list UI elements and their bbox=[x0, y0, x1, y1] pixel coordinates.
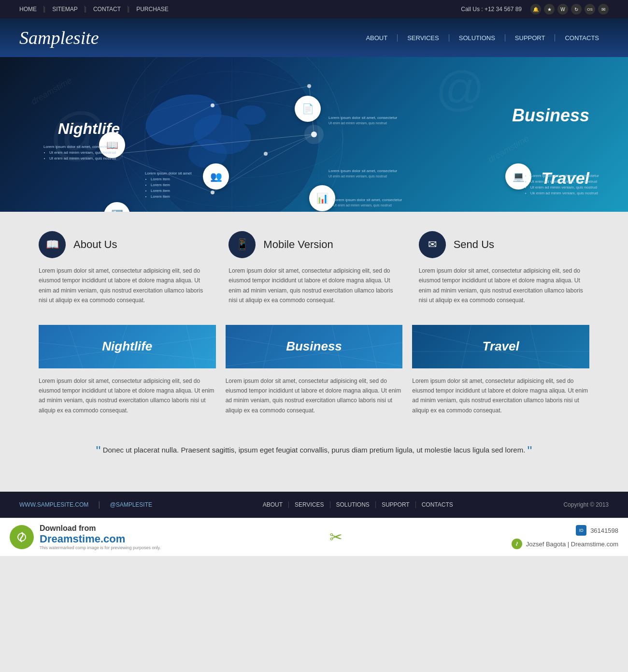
hero-text-3: Lorem ipsum dolor sit amet, consectetur … bbox=[328, 115, 397, 126]
nav-about[interactable]: ABOUT bbox=[356, 34, 398, 42]
dreamstime-disclaimer: This watermarked comp image is for previ… bbox=[40, 545, 161, 550]
business-text: Lorem ipsum dolor sit amet, consectetur … bbox=[226, 376, 403, 416]
dreamstime-bar: Download from Dreamstime.com This waterm… bbox=[0, 518, 628, 556]
hero-text-5: Lorem ipsum dolor sit amet, consectetur … bbox=[333, 197, 402, 208]
nightlife-title: Nightlife bbox=[102, 339, 152, 354]
top-icons: 🔔 ★ W ↻ OS ✉ bbox=[530, 4, 609, 15]
nightlife-banner[interactable]: Nightlife bbox=[39, 325, 216, 368]
author-icon bbox=[512, 539, 522, 549]
quote-text: Donec ut placerat nulla. Praesent sagitt… bbox=[103, 446, 526, 454]
category-travel: Travel Lorem ipsum dolor sit amet, conse… bbox=[412, 325, 589, 416]
doc-icon-circle: 📄 bbox=[295, 96, 321, 122]
dreamstime-id-row: ID 36141598 bbox=[512, 525, 618, 536]
mobile-text: Lorem ipsum dolor sit amet, consectetur … bbox=[228, 266, 399, 306]
business-banner[interactable]: Business bbox=[226, 325, 403, 368]
svg-line-41 bbox=[459, 325, 471, 368]
hero-text-4: Lorem ipsum dolor sit amet, consectetur … bbox=[328, 168, 397, 179]
svg-line-42 bbox=[530, 325, 542, 368]
chart-icon-circle: 📊 bbox=[309, 185, 335, 211]
category-row: Nightlife Lorem ipsum dolor sit amet, co… bbox=[39, 325, 589, 416]
people-icon-circle: 👥 bbox=[203, 163, 229, 190]
svg-line-33 bbox=[186, 325, 198, 368]
header: Samplesite ABOUT SERVICES SOLUTIONS SUPP… bbox=[0, 18, 628, 57]
dreamstime-site[interactable]: Dreamstime.com bbox=[40, 533, 125, 545]
send-icon-circle: ✉ bbox=[419, 231, 446, 258]
main-content: 📖 About Us Lorem ipsum dolor sit amet, c… bbox=[0, 212, 628, 492]
dreamstime-author-row: Jozsef Bagota | Dreamstime.com bbox=[512, 539, 618, 549]
travel-banner[interactable]: Travel bbox=[412, 325, 589, 368]
author-name: Jozsef Bagota | Dreamstime.com bbox=[526, 541, 618, 548]
nav-support[interactable]: SUPPORT bbox=[505, 34, 556, 42]
nightlife-text: Lorem ipsum dolor sit amet, consectetur … bbox=[39, 376, 216, 416]
features-row: 📖 About Us Lorem ipsum dolor sit amet, c… bbox=[39, 231, 589, 306]
top-nav-home[interactable]: HOME bbox=[19, 6, 44, 13]
top-nav[interactable]: HOME | SITEMAP | CONTACT | PURCHASE bbox=[19, 6, 175, 13]
svg-line-31 bbox=[68, 325, 86, 368]
refresh-icon[interactable]: ↻ bbox=[571, 4, 582, 15]
about-icon-circle: 📖 bbox=[39, 231, 66, 258]
download-label: Download from bbox=[40, 524, 161, 533]
feature-send: ✉ Send Us Lorem ipsum dolor sit amet, co… bbox=[419, 231, 589, 306]
dreamstime-text: Download from Dreamstime.com This waterm… bbox=[40, 524, 161, 550]
top-right: Call Us : +12 34 567 89 🔔 ★ W ↻ OS ✉ bbox=[461, 4, 609, 15]
top-nav-contact[interactable]: CONTACT bbox=[86, 6, 128, 13]
footer-copyright: Copyright © 2013 bbox=[563, 501, 609, 508]
transfer-icon-circle: 🔄 bbox=[104, 202, 130, 212]
hero-text-2: Lorem ipsum dolor sit amet Lorem item Lo… bbox=[145, 171, 191, 200]
nav-contacts[interactable]: CONTACTS bbox=[555, 34, 609, 42]
feature-send-header: ✉ Send Us bbox=[419, 231, 589, 258]
travel-title: Travel bbox=[483, 339, 519, 354]
top-nav-sitemap[interactable]: SITEMAP bbox=[45, 6, 85, 13]
dreamstime-logo bbox=[10, 525, 34, 549]
top-bar: HOME | SITEMAP | CONTACT | PURCHASE Call… bbox=[0, 0, 628, 18]
footer-social[interactable]: @SAMPLESITE bbox=[110, 501, 153, 508]
scissors-icon: ✂ bbox=[329, 528, 343, 546]
business-title: Business bbox=[286, 339, 342, 354]
call-text: Call Us : +12 34 567 89 bbox=[461, 6, 522, 13]
site-logo[interactable]: Samplesite bbox=[19, 27, 99, 48]
dreamstime-left: Download from Dreamstime.com This waterm… bbox=[10, 524, 161, 550]
hero-text-6: Lorem ipsum dolor sit amet, consectetur … bbox=[525, 173, 599, 196]
hero-content: Nightlife Business Travel 📖 👥 🔄 📄 📊 💻 Lo… bbox=[0, 57, 628, 212]
close-quote-mark: " bbox=[527, 443, 532, 458]
main-nav[interactable]: ABOUT SERVICES SOLUTIONS SUPPORT CONTACT… bbox=[356, 34, 609, 42]
dreamstime-right: ID 36141598 Jozsef Bagota | Dreamstime.c… bbox=[512, 525, 618, 549]
open-quote-mark: " bbox=[96, 443, 101, 458]
category-business: Business Lorem ipsum dolor sit amet, con… bbox=[226, 325, 403, 416]
category-nightlife: Nightlife Lorem ipsum dolor sit amet, co… bbox=[39, 325, 216, 416]
hero-text-1: Lorem ipsum dolor sit amet, consectetur … bbox=[43, 144, 116, 161]
feature-mobile-header: 📱 Mobile Version bbox=[228, 231, 399, 258]
top-nav-purchase[interactable]: PURCHASE bbox=[129, 6, 175, 13]
nav-solutions[interactable]: SOLUTIONS bbox=[449, 34, 505, 42]
quote-section: " Donec ut placerat nulla. Praesent sagi… bbox=[39, 430, 589, 472]
footer-nav-contacts[interactable]: CONTACTS bbox=[416, 501, 459, 508]
feature-about-header: 📖 About Us bbox=[39, 231, 209, 258]
footer: WWW.SAMPLESITE.COM | @SAMPLESITE ABOUT S… bbox=[0, 492, 628, 518]
star-icon[interactable]: ★ bbox=[544, 4, 555, 15]
w-icon[interactable]: W bbox=[557, 4, 568, 15]
image-id: 36141598 bbox=[590, 527, 618, 534]
send-title: Send Us bbox=[454, 238, 494, 251]
dreamstime-center: ✂ bbox=[329, 528, 343, 546]
hero-banner: @ @ dreamstime dreamstime Nightlife Busi… bbox=[0, 57, 628, 212]
mobile-title: Mobile Version bbox=[263, 238, 333, 251]
send-text: Lorem ipsum dolor sit amet, consectetur … bbox=[419, 266, 589, 306]
nav-services[interactable]: SERVICES bbox=[398, 34, 449, 42]
feature-about: 📖 About Us Lorem ipsum dolor sit amet, c… bbox=[39, 231, 209, 306]
footer-nav-about[interactable]: ABOUT bbox=[257, 501, 289, 508]
footer-nav-solutions[interactable]: SOLUTIONS bbox=[330, 501, 376, 508]
mobile-icon-circle: 📱 bbox=[228, 231, 256, 258]
footer-url[interactable]: WWW.SAMPLESITE.COM bbox=[19, 501, 88, 508]
mail-icon[interactable]: ✉ bbox=[598, 4, 609, 15]
about-title: About Us bbox=[73, 238, 117, 251]
footer-nav-services[interactable]: SERVICES bbox=[289, 501, 330, 508]
about-text: Lorem ipsum dolor sit amet, consectetur … bbox=[39, 266, 209, 306]
bell-icon[interactable]: 🔔 bbox=[530, 4, 541, 15]
os-icon[interactable]: OS bbox=[585, 4, 595, 15]
svg-line-36 bbox=[261, 325, 272, 368]
footer-nav[interactable]: ABOUT SERVICES SOLUTIONS SUPPORT CONTACT… bbox=[257, 501, 459, 508]
id-icon: ID bbox=[576, 525, 586, 536]
footer-left: WWW.SAMPLESITE.COM | @SAMPLESITE bbox=[19, 500, 152, 509]
footer-nav-support[interactable]: SUPPORT bbox=[376, 501, 416, 508]
hero-business-title: Business bbox=[512, 105, 589, 126]
